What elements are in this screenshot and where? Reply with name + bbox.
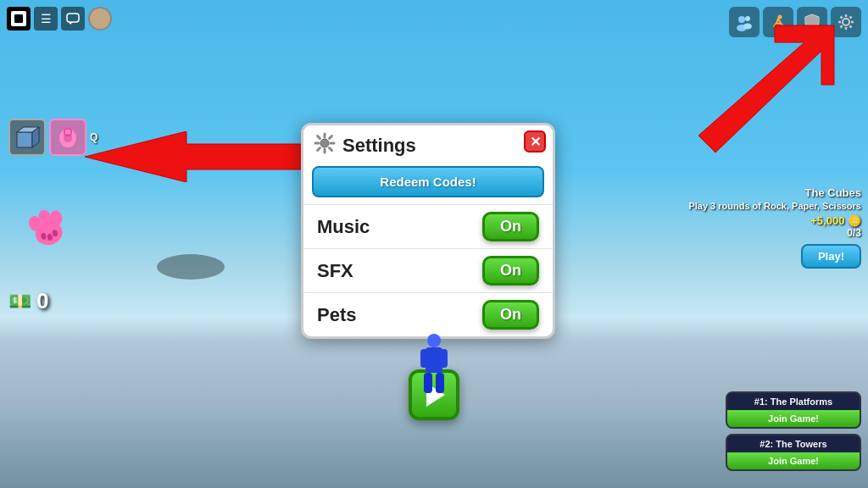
redeem-codes-button[interactable]: Redeem Codes! [312,166,544,197]
settings-row-music: Music On [303,204,553,248]
svg-rect-46 [439,349,448,368]
svg-line-40 [330,148,332,151]
svg-line-17 [850,17,852,19]
chat-button[interactable] [61,7,85,30]
svg-point-24 [64,134,72,142]
svg-rect-19 [17,132,32,147]
pets-label: Pets [317,304,356,326]
music-label: Music [317,216,370,238]
svg-point-10 [843,19,849,25]
music-toggle[interactable]: On [482,212,539,241]
svg-line-42 [318,148,320,151]
quest-play-button[interactable]: Play! [801,244,861,269]
svg-rect-1 [14,14,23,23]
settings-row-sfx: SFX On [303,248,553,292]
server-card-1: #1: The Platforms Join Game! [726,391,861,429]
arrow-right [690,17,843,169]
sfx-label: SFX [317,260,353,282]
avatar-button[interactable] [88,7,112,30]
svg-rect-2 [67,14,79,22]
settings-modal-gear-icon [314,132,336,159]
svg-rect-47 [424,373,432,393]
server-card-1-title: #1: The Platforms [727,393,860,410]
bag-item[interactable] [49,119,86,156]
quest-reward: +5,000 🪙 [683,214,861,227]
quest-progress: 0/3 [683,227,861,239]
money-amount: 0 [36,288,48,314]
settings-title-text: Settings [342,135,416,157]
quest-description: Play 3 rounds of Rock, Paper, Scissors [683,201,861,211]
cube-item[interactable] [8,119,46,156]
server-2-join-button[interactable]: Join Game! [727,452,860,469]
svg-rect-45 [420,349,429,368]
character-shadow [157,254,225,280]
top-left-bar: ☰ [7,7,112,30]
quest-panel: The Cubes Play 3 rounds of Rock, Paper, … [683,186,861,269]
svg-point-3 [97,14,106,22]
sfx-toggle[interactable]: On [482,256,539,286]
svg-line-16 [850,26,852,28]
svg-point-43 [427,334,441,347]
roblox-logo [7,7,31,30]
settings-close-button[interactable]: ✕ [524,130,546,152]
server-card-2-title: #2: The Towers [727,435,860,452]
character [417,332,451,403]
server-1-join-button[interactable]: Join Game! [727,410,860,427]
settings-modal: Settings ✕ Redeem Codes! Music On SFX On… [301,123,555,339]
quest-group-name: The Cubes [683,186,861,199]
settings-title-bar: Settings ✕ [303,125,553,163]
menu-button[interactable]: ☰ [34,7,58,30]
arrow-left [85,131,305,182]
svg-line-39 [318,136,320,139]
server-cards-list: #1: The Platforms Join Game! #2: The Tow… [726,391,861,471]
pets-toggle[interactable]: On [482,300,539,330]
settings-row-pets: Pets On [303,292,553,336]
svg-point-4 [95,22,108,30]
money-display: 💵 0 [8,288,48,314]
svg-marker-32 [85,131,305,182]
svg-line-41 [330,136,332,139]
svg-marker-33 [698,25,834,152]
svg-rect-48 [436,373,444,393]
server-card-2: #2: The Towers Join Game! [726,434,861,471]
money-icon: 💵 [8,291,31,313]
svg-point-34 [320,139,329,147]
